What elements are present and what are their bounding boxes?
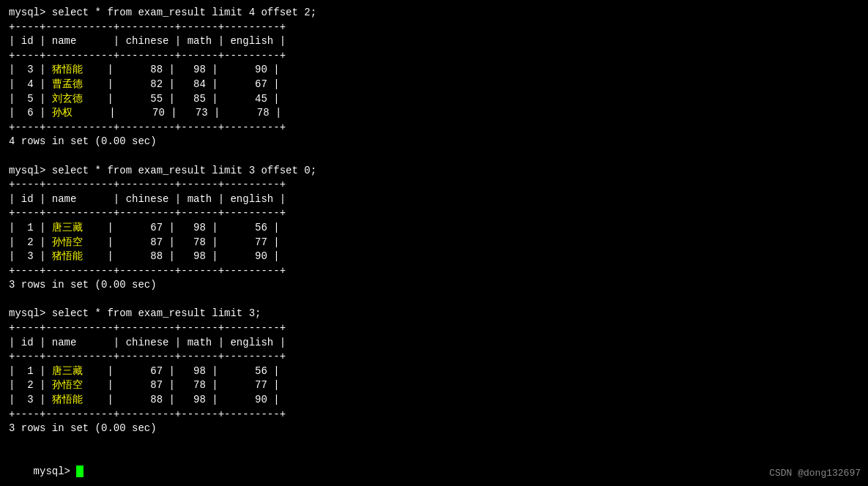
result-info-1: 4 rows in set (0.00 sec) — [9, 135, 859, 149]
border-top-2: +----+-----------+---------+------+-----… — [9, 178, 859, 192]
table-row: | 3 | 猪悟能 | 88 | 98 | 90 | — [9, 250, 859, 264]
table-row: | 3 | 猪悟能 | 88 | 98 | 90 | — [9, 393, 859, 408]
watermark: CSDN @dong132697 — [769, 468, 861, 479]
result-info-3: 3 rows in set (0.00 sec) — [9, 422, 859, 436]
empty-line-2 — [9, 293, 859, 307]
command-line-3: mysql> select * from exam_result limit 3… — [9, 307, 859, 321]
border-mid-3: +----+-----------+---------+------+-----… — [9, 350, 859, 364]
empty-line-3 — [9, 436, 859, 451]
table-row: | 3 | 猪悟能 | 88 | 98 | 90 | — [9, 63, 859, 78]
command-line-1: mysql> select * from exam_result limit 4… — [9, 6, 859, 20]
border-top-1: +----+-----------+---------+------+-----… — [9, 20, 859, 35]
header-3: | id | name | chinese | math | english | — [9, 336, 859, 351]
table-row: | 5 | 刘玄德 | 55 | 85 | 45 | — [9, 92, 859, 107]
border-bot-1: +----+-----------+---------+------+-----… — [9, 121, 859, 135]
table-row: | 1 | 唐三藏 | 67 | 98 | 56 | — [9, 364, 859, 379]
empty-line-1 — [9, 149, 859, 164]
header-1: | id | name | chinese | math | english | — [9, 34, 859, 49]
border-mid-2: +----+-----------+---------+------+-----… — [9, 206, 859, 221]
border-bot-2: +----+-----------+---------+------+-----… — [9, 264, 859, 279]
table-row: | 4 | 曹孟德 | 82 | 84 | 67 | — [9, 78, 859, 92]
command-line-2: mysql> select * from exam_result limit 3… — [9, 164, 859, 179]
mysql-prompt: mysql> — [34, 466, 77, 477]
table-row: | 2 | 孙悟空 | 87 | 78 | 77 | — [9, 378, 859, 393]
border-mid-1: +----+-----------+---------+------+-----… — [9, 49, 859, 64]
result-info-2: 3 rows in set (0.00 sec) — [9, 278, 859, 293]
border-bot-3: +----+-----------+---------+------+-----… — [9, 408, 859, 422]
header-2: | id | name | chinese | math | english | — [9, 192, 859, 207]
terminal[interactable]: mysql> select * from exam_result limit 4… — [0, 0, 868, 486]
table-row: | 2 | 孙悟空 | 87 | 78 | 77 | — [9, 236, 859, 250]
border-top-3: +----+-----------+---------+------+-----… — [9, 321, 859, 336]
cursor — [76, 466, 84, 477]
final-prompt-line: mysql> — [9, 450, 859, 486]
table-row: | 6 | 孙权 | 70 | 73 | 78 | — [9, 106, 859, 121]
table-row: | 1 | 唐三藏 | 67 | 98 | 56 | — [9, 221, 859, 236]
